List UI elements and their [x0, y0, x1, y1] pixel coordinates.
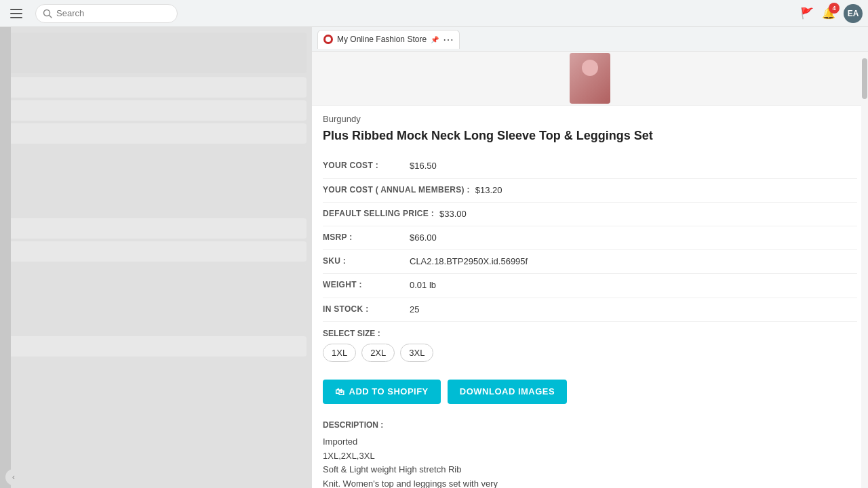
tab-more-icon[interactable]: ⋯	[443, 33, 454, 46]
annual-cost-value: $13.20	[475, 184, 502, 197]
sku-label: SKU :	[323, 256, 404, 267]
description-text: Imported 1XL,2XL,3XL Soft & Light weight…	[323, 435, 857, 488]
svg-line-1	[50, 15, 52, 18]
sku-value: CLA2.18.BTP2950X.id.56995f	[410, 256, 528, 268]
product-details: YOUR COST : $16.50 YOUR COST ( ANNUAL ME…	[323, 155, 857, 321]
search-bar[interactable]	[35, 4, 178, 23]
product-title: Plus Ribbed Mock Neck Long Sleeve Top & …	[323, 128, 857, 144]
selling-price-value: $33.00	[439, 208, 467, 220]
annual-cost-label: YOUR COST ( ANNUAL MEMBERS) :	[323, 184, 470, 196]
selling-price-label: DEFAULT SELLING PRICE :	[323, 208, 434, 220]
browser-chrome: 🚩 🔔 4 EA	[0, 0, 868, 27]
weight-value: 0.01 lb	[410, 279, 436, 291]
product-image	[570, 53, 610, 104]
hamburger-menu[interactable]	[5, 3, 27, 24]
size-2xl[interactable]: 2XL	[361, 344, 395, 362]
product-color: Burgundy	[323, 114, 857, 124]
detail-row-weight: WEIGHT : 0.01 lb	[323, 274, 857, 298]
action-buttons: 🛍 ADD TO SHOPIFY DOWNLOAD IMAGES	[323, 380, 857, 404]
product-detail-panel: Burgundy Plus Ribbed Mock Neck Long Slee…	[312, 52, 868, 488]
add-to-shopify-button[interactable]: 🛍 ADD TO SHOPIFY	[323, 380, 441, 404]
your-cost-label: YOUR COST :	[323, 160, 404, 171]
product-panel-scroll[interactable]: Burgundy Plus Ribbed Mock Neck Long Slee…	[312, 52, 868, 488]
user-avatar[interactable]: EA	[844, 4, 863, 23]
notification-badge: 4	[829, 3, 840, 14]
shopify-icon: 🛍	[335, 386, 345, 397]
detail-row-selling-price: DEFAULT SELLING PRICE : $33.00	[323, 203, 857, 226]
size-section: SELECT SIZE : 1XL 2XL 3XL	[323, 322, 857, 369]
tab-label: My Online Fashion Store	[337, 35, 427, 44]
in-stock-value: 25	[410, 304, 419, 316]
flag-icon[interactable]: 🚩	[800, 7, 814, 20]
detail-row-in-stock: IN STOCK : 25	[323, 298, 857, 322]
detail-row-annual-cost: YOUR COST ( ANNUAL MEMBERS) : $13.20	[323, 179, 857, 203]
in-stock-label: IN STOCK :	[323, 304, 404, 315]
description-line-4: Knit. Women's top and leggings set with …	[323, 477, 857, 488]
description-line-3: Soft & Light weight High stretch Rib	[323, 463, 857, 477]
msrp-value: $66.00	[410, 232, 437, 244]
scrollbar-thumb	[862, 58, 867, 99]
size-1xl[interactable]: 1XL	[323, 344, 356, 362]
page-scrollbar[interactable]	[861, 52, 868, 488]
size-options: 1XL 2XL 3XL	[323, 344, 857, 362]
download-images-label: DOWNLOAD IMAGES	[460, 386, 555, 396]
product-content: Burgundy Plus Ribbed Mock Neck Long Slee…	[312, 106, 868, 488]
description-section: DESCRIPTION : Imported 1XL,2XL,3XL Soft …	[323, 415, 857, 488]
detail-row-sku: SKU : CLA2.18.BTP2950X.id.56995f	[323, 250, 857, 274]
product-image-area	[312, 52, 868, 106]
description-line-1: Imported	[323, 435, 857, 449]
search-input[interactable]	[56, 8, 170, 18]
your-cost-value: $16.50	[410, 160, 437, 172]
tab-pin-icon[interactable]: 📌	[431, 36, 439, 43]
description-label: DESCRIPTION :	[323, 420, 857, 430]
detail-row-msrp: MSRP : $66.00	[323, 226, 857, 250]
search-icon	[43, 9, 52, 18]
size-label: SELECT SIZE :	[323, 329, 857, 338]
tab-favicon	[323, 35, 333, 44]
left-background-panels	[0, 27, 312, 363]
download-images-button[interactable]: DOWNLOAD IMAGES	[448, 380, 567, 404]
description-line-2: 1XL,2XL,3XL	[323, 449, 857, 464]
detail-row-your-cost: YOUR COST : $16.50	[323, 155, 857, 178]
prev-arrow[interactable]: ‹	[5, 469, 22, 485]
active-tab[interactable]: My Online Fashion Store 📌 ⋯	[317, 30, 460, 49]
add-to-shopify-label: ADD TO SHOPIFY	[349, 386, 429, 396]
browser-actions: 🚩 🔔 4 EA	[800, 4, 863, 23]
msrp-label: MSRP :	[323, 232, 404, 243]
tab-bar: My Online Fashion Store 📌 ⋯	[312, 27, 868, 52]
left-sidebar: ‹	[0, 27, 312, 488]
notification-bell-wrapper[interactable]: 🔔 4	[822, 7, 835, 20]
weight-label: WEIGHT :	[323, 279, 404, 291]
size-3xl[interactable]: 3XL	[400, 344, 433, 362]
